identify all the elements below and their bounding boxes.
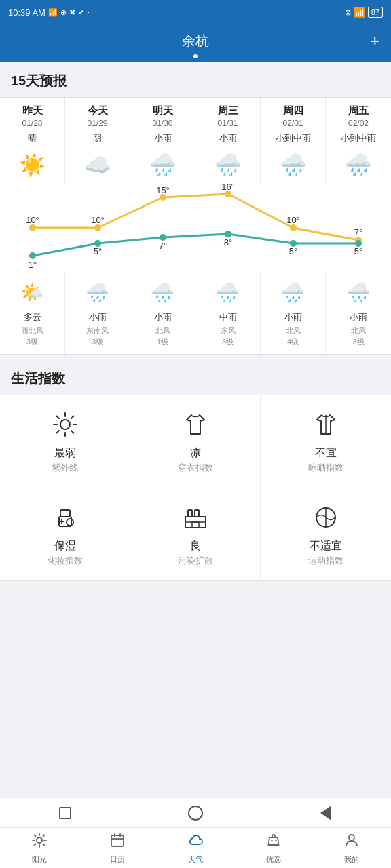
svg-rect-55 <box>111 835 124 846</box>
nav-item-阳光[interactable]: 阳光 <box>0 828 78 868</box>
forecast-weather-top: 小雨 <box>217 131 240 146</box>
forecast-day: 周五 <box>348 98 369 117</box>
svg-line-52 <box>43 844 44 845</box>
forecast-weather-top: 小雨 <box>151 131 174 146</box>
forecast-wind: 东风 <box>221 325 236 336</box>
forecast-bottom-col: 🌧️ 小雨 北风 4级 <box>261 272 326 354</box>
forecast-wind: 东南风 <box>86 325 109 336</box>
living-item[interactable]: 最弱 紫外线 <box>0 395 130 488</box>
svg-line-32 <box>56 431 59 433</box>
forecast-date: 01/31 <box>217 117 238 131</box>
forecast-day: 明天 <box>153 98 173 117</box>
time-display: 10:39 AM <box>8 7 45 18</box>
svg-point-1 <box>94 224 101 231</box>
forecast-day: 周三 <box>218 98 238 117</box>
forecast-icon-bottom: 🌧️ <box>342 276 375 309</box>
dot-indicator: · <box>87 6 90 18</box>
living-label: 污染扩散 <box>178 555 213 567</box>
svg-point-36 <box>67 519 73 526</box>
svg-point-59 <box>349 835 354 840</box>
living-section: 生活指数 最弱 紫外线 凉 穿衣指数 不宜 晾晒指数 保湿 <box>0 360 391 581</box>
living-item[interactable]: 凉 穿衣指数 <box>130 395 261 488</box>
main-content: 15天预报 昨天 01/28 晴 ☀️ 今天 01/29 阴 ☁️ 明天 01/… <box>0 62 391 652</box>
city-title: 余杭 <box>182 32 209 50</box>
living-item[interactable]: 不宜 晾晒指数 <box>261 395 391 488</box>
forecast-day: 周四 <box>283 98 303 117</box>
forecast-wind-level: 3级 <box>222 336 234 354</box>
svg-text:1°: 1° <box>29 260 37 270</box>
location-icon: ⊕ <box>60 8 67 17</box>
add-city-button[interactable]: + <box>370 31 380 52</box>
nav-label: 我的 <box>344 854 359 865</box>
svg-line-29 <box>56 416 59 419</box>
forecast-icon-bottom: 🌧️ <box>277 276 310 309</box>
nav-icon <box>187 832 204 852</box>
svg-rect-34 <box>60 510 70 517</box>
living-value: 不宜 <box>315 446 337 460</box>
living-label: 化妆指数 <box>48 555 83 567</box>
living-item[interactable]: 保湿 化妆指数 <box>0 488 130 580</box>
living-icon <box>52 505 78 534</box>
forecast-container[interactable]: 昨天 01/28 晴 ☀️ 今天 01/29 阴 ☁️ 明天 01/30 小雨 … <box>0 97 391 355</box>
svg-text:5°: 5° <box>94 246 102 256</box>
header: 余杭 + <box>0 24 391 62</box>
living-value: 保湿 <box>54 539 76 553</box>
sync-icon: ✖ <box>69 8 75 17</box>
living-item[interactable]: 不适宜 运动指数 <box>261 488 391 580</box>
forecast-icon-top: 🌧️ <box>342 149 375 181</box>
nav-icon <box>109 832 126 852</box>
nav-item-天气[interactable]: 天气 <box>156 828 234 868</box>
system-nav-bar <box>0 797 391 827</box>
forecast-col: 周五 02/02 小到中雨 🌧️ <box>326 98 391 184</box>
forecast-bottom-section: 🌤️ 多云 西北风 3级 🌧️ 小雨 东南风 3级 🌧️ 小雨 北风 1级 🌧️… <box>0 272 391 354</box>
status-bar: 10:39 AM 📶 ⊕ ✖ ✔ · ⊠ 📶 87 <box>0 0 391 24</box>
nav-item-优选[interactable]: 优选 <box>235 828 313 868</box>
battery-display: 87 <box>368 7 383 18</box>
forecast-icon-top: ☁️ <box>81 149 114 181</box>
forecast-weather-top: 晴 <box>25 131 39 146</box>
nav-label: 阳光 <box>32 854 47 865</box>
nav-icon <box>265 832 282 852</box>
living-item[interactable]: 良 污染扩散 <box>130 488 261 580</box>
home-button[interactable] <box>56 804 75 823</box>
forecast-icon-bottom: 🌤️ <box>16 276 49 309</box>
forecast-bottom-weather: 中雨 <box>219 310 237 325</box>
svg-point-15 <box>225 231 231 237</box>
svg-text:10°: 10° <box>91 215 105 225</box>
living-value: 良 <box>190 539 201 553</box>
living-icon <box>52 412 78 441</box>
svg-text:5°: 5° <box>354 246 362 256</box>
recent-apps-button[interactable] <box>316 804 335 823</box>
back-button[interactable] <box>186 804 205 823</box>
nav-item-我的[interactable]: 我的 <box>313 828 391 868</box>
svg-line-51 <box>34 835 35 836</box>
svg-point-12 <box>29 252 36 259</box>
living-icon <box>313 412 339 441</box>
forecast-col: 明天 01/30 小雨 🌧️ <box>130 98 196 184</box>
svg-text:10°: 10° <box>286 215 300 225</box>
nav-icon <box>343 832 360 852</box>
forecast-bottom-weather: 小雨 <box>350 310 367 325</box>
living-icon <box>313 505 339 534</box>
svg-point-24 <box>60 420 70 429</box>
status-right: ⊠ 📶 87 <box>345 7 383 18</box>
forecast-bottom-col: 🌧️ 小雨 东南风 3级 <box>65 272 130 354</box>
svg-text:16°: 16° <box>221 184 235 192</box>
living-label: 紫外线 <box>52 462 78 474</box>
wifi-icon: 📶 <box>354 7 365 18</box>
forecast-weather-top: 阴 <box>90 131 105 146</box>
forecast-icon-bottom: 🌧️ <box>147 276 179 309</box>
svg-rect-40 <box>188 510 192 517</box>
svg-line-53 <box>43 835 44 836</box>
forecast-weather-top: 小到中雨 <box>273 131 314 146</box>
forecast-icon-top: 🌧️ <box>147 149 179 181</box>
forecast-col: 周四 02/01 小到中雨 🌧️ <box>261 98 326 184</box>
forecast-date: 02/01 <box>282 117 303 131</box>
triangle-icon <box>320 806 331 821</box>
living-value: 最弱 <box>54 446 76 460</box>
nav-item-日历[interactable]: 日历 <box>78 828 156 868</box>
nav-label: 天气 <box>188 854 203 865</box>
status-left: 10:39 AM 📶 ⊕ ✖ ✔ · <box>8 6 90 18</box>
forecast-day: 今天 <box>88 98 108 117</box>
living-value: 凉 <box>190 446 201 460</box>
